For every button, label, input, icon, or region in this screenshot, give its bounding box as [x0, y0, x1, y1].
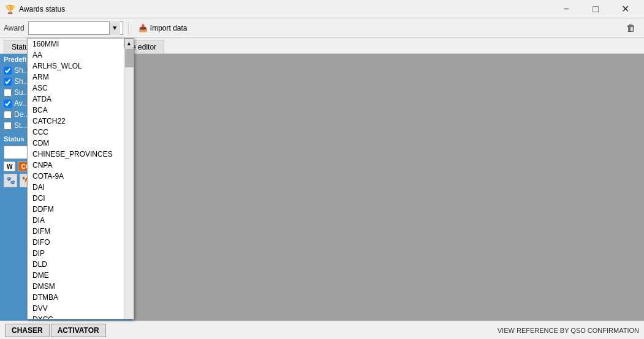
window-icon: 🏆	[5, 4, 15, 14]
dropdown-item[interactable]: DMSM	[28, 281, 124, 292]
activator-label: ACTIVATOR	[58, 326, 99, 335]
dropdown-item[interactable]: DIA	[28, 215, 124, 226]
award-dropdown[interactable]: 160MMIAAARLHS_WLOLARMASCATDABCACATCH22CC…	[27, 38, 134, 319]
paw-icon-btn[interactable]: 🐾	[4, 174, 17, 187]
checkbox-av-label: Av...	[14, 99, 28, 108]
dropdown-item[interactable]: CDM	[28, 138, 124, 149]
dropdown-item[interactable]: ARLHS_WLOL	[28, 61, 124, 72]
award-combo-arrow[interactable]: ▼	[109, 21, 120, 35]
dropdown-item[interactable]: DIFM	[28, 226, 124, 237]
dropdown-item[interactable]: 160MMI	[28, 39, 124, 50]
dropdown-item[interactable]: CHINESE_PROVINCES	[28, 149, 124, 160]
import-label: Import data	[150, 24, 188, 32]
dropdown-item[interactable]: DTMBA	[28, 292, 124, 303]
badge-w: W	[4, 162, 15, 171]
checkbox-de-input[interactable]	[4, 111, 12, 119]
dropdown-item[interactable]: DCI	[28, 193, 124, 204]
checkbox-av-input[interactable]	[4, 100, 12, 108]
dropdown-content: 160MMIAAARLHS_WLOLARMASCATDABCACATCH22CC…	[28, 39, 134, 319]
trash-button[interactable]: 🗑	[622, 20, 640, 37]
right-panel	[132, 54, 644, 321]
close-button[interactable]: ✕	[611, 0, 639, 18]
checkbox-st-label: St...	[14, 121, 27, 130]
award-label: Award	[4, 24, 25, 32]
title-bar: 🏆 Awards status − □ ✕	[0, 0, 644, 18]
dropdown-item[interactable]: DVV	[28, 303, 124, 314]
scroll-track	[124, 48, 134, 319]
status-tabs: CHASER ACTIVATOR	[5, 324, 106, 337]
view-reference[interactable]: VIEW REFERENCE BY QSO CONFIRMATION	[498, 327, 639, 334]
dropdown-item[interactable]: DIFO	[28, 237, 124, 248]
checkbox-sh1-input[interactable]	[4, 67, 12, 75]
checkbox-st-input[interactable]	[4, 122, 12, 130]
dropdown-scrollbar[interactable]: ▲ ▼	[124, 39, 134, 319]
window-title: Awards status	[19, 5, 552, 13]
dropdown-item[interactable]: DIP	[28, 248, 124, 259]
activator-tab[interactable]: ACTIVATOR	[51, 324, 106, 337]
dropdown-item[interactable]: ASC	[28, 83, 124, 94]
window-controls: − □ ✕	[552, 0, 639, 18]
dropdown-item[interactable]: ATDA	[28, 94, 124, 105]
dropdown-item[interactable]: DAI	[28, 182, 124, 193]
import-button[interactable]: 📥 Import data	[134, 21, 192, 35]
dropdown-item[interactable]: DME	[28, 270, 124, 281]
dropdown-item[interactable]: AA	[28, 50, 124, 61]
dropdown-item[interactable]: COTA-9A	[28, 171, 124, 182]
import-icon: 📥	[138, 24, 148, 32]
checkbox-su-input[interactable]	[4, 89, 12, 97]
dropdown-item[interactable]: DXCC	[28, 314, 124, 319]
award-combo[interactable]: ▼	[28, 21, 123, 35]
toolbar: Award ▼ 📥 Import data 🗑	[0, 18, 644, 38]
dropdown-item[interactable]: DDFM	[28, 204, 124, 215]
scroll-thumb	[125, 49, 134, 67]
dropdown-item[interactable]: DLD	[28, 259, 124, 270]
dropdown-item[interactable]: CATCH22	[28, 116, 124, 127]
maximize-button[interactable]: □	[581, 0, 610, 18]
chaser-tab[interactable]: CHASER	[5, 324, 50, 337]
dropdown-item[interactable]: CNPA	[28, 160, 124, 171]
scroll-up-button[interactable]: ▲	[124, 39, 134, 48]
toolbar-separator	[128, 21, 129, 35]
minimize-button[interactable]: −	[552, 0, 580, 18]
dropdown-item[interactable]: BCA	[28, 105, 124, 116]
dropdown-item[interactable]: ARM	[28, 72, 124, 83]
chaser-label: CHASER	[12, 326, 43, 335]
dropdown-list: 160MMIAAARLHS_WLOLARMASCATDABCACATCH22CC…	[28, 39, 124, 319]
status-bar: CHASER ACTIVATOR VIEW REFERENCE BY QSO C…	[0, 321, 644, 339]
checkbox-sh2-input[interactable]	[4, 78, 12, 86]
dropdown-item[interactable]: CCC	[28, 127, 124, 138]
